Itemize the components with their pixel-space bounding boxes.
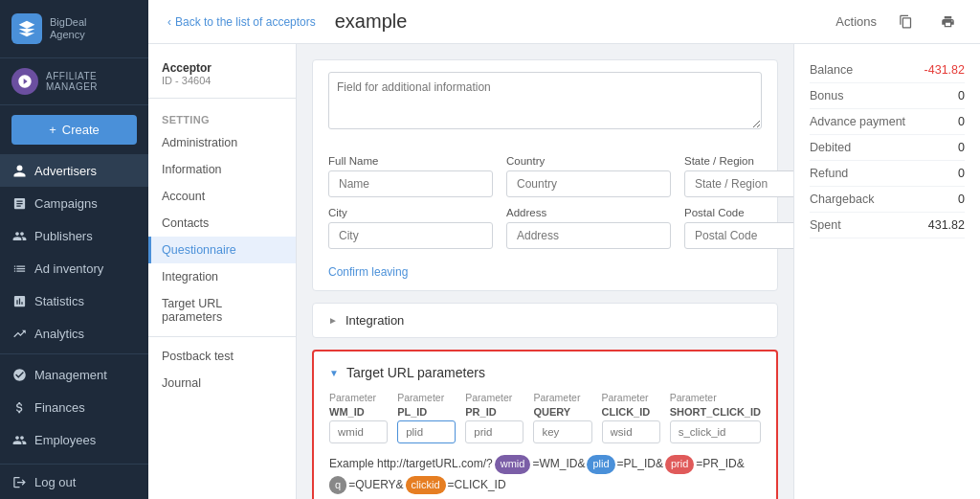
acceptor-info: Acceptor ID - 34604 xyxy=(148,54,296,99)
example-wmid-text: =WM_ID& xyxy=(532,455,585,473)
additional-info-textarea[interactable] xyxy=(328,72,762,129)
balance-row-5: Chargeback 0 xyxy=(810,187,965,213)
param-clickid-bold: CLICK_ID xyxy=(602,406,660,418)
param-shortclickid-input[interactable] xyxy=(670,420,761,443)
advertisers-label: Advertisers xyxy=(34,164,97,178)
statistics-icon xyxy=(11,293,27,308)
affiliate-label: AFFILIATE MANAGER xyxy=(46,71,137,92)
left-nav-account[interactable]: Account xyxy=(148,183,296,210)
sidebar-item-publishers[interactable]: Publishers xyxy=(0,219,148,252)
param-wmid-input[interactable] xyxy=(329,420,388,443)
param-clickid-field: Parameter CLICK_ID xyxy=(602,392,660,443)
confirm-leaving-link[interactable]: Confirm leaving xyxy=(328,265,408,279)
actions-label: Actions xyxy=(835,14,877,29)
sidebar-item-advertisers[interactable]: Advertisers xyxy=(0,154,148,187)
target-chevron-icon: ▼ xyxy=(329,368,339,378)
integration-chevron-icon: ► xyxy=(328,315,338,326)
form-grid: Full Name Country State / Region City xyxy=(313,144,777,261)
confirm-leaving-area: Confirm leaving xyxy=(313,261,777,290)
main-area: ‹ Back to the list of acceptors example … xyxy=(148,0,980,499)
nav-divider-2 xyxy=(148,336,296,337)
target-title: Target URL parameters xyxy=(346,365,485,380)
address-field: Address xyxy=(506,207,671,249)
param-prid-top: Parameter xyxy=(465,392,523,403)
logo-name: BigDeal xyxy=(50,16,87,29)
param-wmid-field: Parameter WM_ID xyxy=(329,392,388,443)
sidebar-item-analytics[interactable]: Analytics xyxy=(0,317,148,350)
example-url: Example http://targetURL.com/? wmid =WM_… xyxy=(329,455,761,494)
left-nav-information[interactable]: Information xyxy=(148,156,296,183)
target-header: ▼ Target URL parameters xyxy=(329,365,761,380)
balance-label-6: Spent xyxy=(810,218,841,232)
balance-value-2: 0 xyxy=(958,115,965,128)
sidebar-bottom: Log out xyxy=(0,464,148,499)
state-label: State / Region xyxy=(684,155,793,167)
employees-icon xyxy=(11,432,27,447)
page-title: example xyxy=(335,11,408,33)
campaigns-icon xyxy=(11,195,27,211)
balance-row-3: Debited 0 xyxy=(810,135,965,161)
left-nav-postback[interactable]: Postback test xyxy=(148,343,296,370)
campaigns-label: Campaigns xyxy=(34,196,98,211)
left-nav-target-url[interactable]: Target URL parameters xyxy=(148,290,296,330)
balance-label-2: Advance payment xyxy=(810,115,905,128)
left-nav-journal[interactable]: Journal xyxy=(148,370,296,397)
param-clickid-input[interactable] xyxy=(602,420,660,443)
nav-divider xyxy=(0,353,148,354)
example-q-text: =QUERY& xyxy=(348,476,403,494)
integration-header[interactable]: ► Integration xyxy=(313,304,777,337)
logout-item[interactable]: Log out xyxy=(0,465,148,499)
param-query-top: Parameter xyxy=(533,392,591,403)
publishers-label: Publishers xyxy=(34,229,93,243)
logout-label: Log out xyxy=(34,475,76,489)
param-query-input[interactable] xyxy=(533,420,591,443)
address-input[interactable] xyxy=(506,222,671,249)
create-button[interactable]: + Create xyxy=(11,115,137,145)
sidebar-item-ad-inventory[interactable]: Ad inventory xyxy=(0,252,148,284)
full-name-input[interactable] xyxy=(328,170,493,197)
logo-text: BigDeal Agency xyxy=(50,16,87,41)
back-link[interactable]: ‹ Back to the list of acceptors xyxy=(167,15,316,29)
sidebar: BigDeal Agency AFFILIATE MANAGER + Creat… xyxy=(0,0,148,499)
sidebar-item-campaigns[interactable]: Campaigns xyxy=(0,187,148,219)
sidebar-item-employees[interactable]: Employees xyxy=(0,423,148,456)
balance-value-6: 431.82 xyxy=(928,218,965,232)
balance-row-2: Advance payment 0 xyxy=(810,109,965,135)
postal-label: Postal Code xyxy=(684,207,793,218)
logo-area: BigDeal Agency xyxy=(0,0,148,58)
balance-label-1: Bonus xyxy=(810,89,843,102)
param-plid-input[interactable] xyxy=(397,420,456,443)
balance-label-5: Chargeback xyxy=(810,193,874,206)
sidebar-item-statistics[interactable]: Statistics xyxy=(0,284,148,317)
logout-icon xyxy=(11,474,27,489)
param-prid-field: Parameter PR_ID xyxy=(465,392,523,443)
left-nav-questionnaire[interactable]: Questionnaire xyxy=(148,237,296,263)
advertisers-icon xyxy=(11,163,27,178)
param-prid-bold: PR_ID xyxy=(465,406,523,418)
acceptor-title: Acceptor xyxy=(162,61,282,75)
postal-input[interactable] xyxy=(684,222,793,249)
copy-icon[interactable] xyxy=(892,9,919,35)
country-input[interactable] xyxy=(506,170,671,197)
ad-inventory-label: Ad inventory xyxy=(34,261,103,276)
right-panel: Balance -431.82 Bonus 0 Advance payment … xyxy=(793,44,980,499)
state-field: State / Region xyxy=(684,155,793,197)
example-q-badge: q xyxy=(329,476,346,495)
print-icon[interactable] xyxy=(934,9,961,35)
balance-value-0: -431.82 xyxy=(924,63,965,77)
left-nav-administration[interactable]: Administration xyxy=(148,129,296,156)
param-query-bold: QUERY xyxy=(533,406,591,418)
integration-section: ► Integration xyxy=(312,303,778,338)
logo-icon xyxy=(11,13,42,44)
param-query-field: Parameter QUERY xyxy=(533,392,591,443)
param-plid-field: Parameter PL_ID xyxy=(397,392,456,443)
left-nav-contacts[interactable]: Contacts xyxy=(148,210,296,237)
state-input[interactable] xyxy=(684,170,793,197)
param-prid-input[interactable] xyxy=(465,420,523,443)
sidebar-item-finances[interactable]: Finances xyxy=(0,391,148,423)
balance-value-5: 0 xyxy=(958,193,965,206)
city-input[interactable] xyxy=(328,222,493,249)
left-nav-integration[interactable]: Integration xyxy=(148,263,296,290)
sidebar-item-management[interactable]: Management xyxy=(0,358,148,391)
param-plid-bold: PL_ID xyxy=(397,406,456,418)
